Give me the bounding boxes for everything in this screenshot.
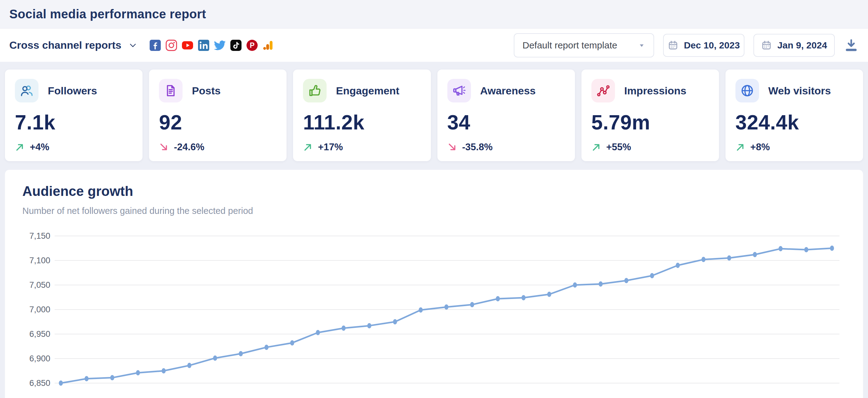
app-header: Social media performance report	[0, 0, 868, 29]
toolbar-right: Default report template Dec 10, 2023 Jan…	[514, 33, 859, 57]
impressions-icon	[591, 79, 615, 102]
data-point	[213, 356, 217, 361]
chart-title: Audience growth	[5, 170, 863, 199]
youtube-icon[interactable]	[182, 39, 193, 51]
metric-label: Followers	[48, 85, 97, 97]
channel-icons: P	[149, 39, 274, 51]
metric-cards: Followers 7.1k +4% Posts 92 -24.6% Engag…	[5, 69, 863, 161]
download-icon[interactable]	[844, 38, 859, 53]
metric-trend: +4%	[15, 142, 132, 153]
metric-card: Awareness 34 -35.8%	[437, 69, 575, 161]
data-point	[470, 302, 474, 307]
metric-value: 5.79m	[591, 111, 709, 134]
report-template-select[interactable]: Default report template	[514, 33, 654, 57]
data-point	[110, 375, 114, 380]
date-from-button[interactable]: Dec 10, 2023	[663, 34, 744, 57]
data-point	[316, 330, 320, 335]
metric-trend: +17%	[303, 142, 421, 153]
followers-icon	[15, 79, 38, 102]
metric-card: Posts 92 -24.6%	[149, 69, 286, 161]
data-point	[265, 345, 269, 350]
trend-up-icon	[591, 142, 601, 152]
y-axis-tick: 6,950	[29, 329, 50, 339]
metric-value: 34	[447, 111, 565, 134]
reports-menu[interactable]: Cross channel reports	[9, 39, 137, 51]
data-point	[367, 323, 371, 329]
trend-value: -35.8%	[462, 142, 493, 153]
posts-icon	[159, 79, 183, 102]
metric-card: Engagement 111.2k +17%	[293, 69, 431, 161]
y-axis-tick: 6,850	[29, 378, 50, 388]
metric-trend: +55%	[591, 142, 709, 153]
svg-text:P: P	[250, 41, 254, 49]
metric-value: 111.2k	[303, 111, 421, 134]
trend-down-icon	[447, 142, 457, 152]
data-point	[59, 380, 63, 386]
metric-value: 324.4k	[736, 111, 853, 134]
trend-value: +17%	[318, 142, 343, 153]
y-axis-tick: 7,050	[29, 280, 50, 289]
metric-trend: -24.6%	[159, 142, 277, 153]
toolbar: Cross channel reports P Default report t…	[0, 29, 868, 62]
pinterest-icon[interactable]: P	[246, 39, 258, 51]
data-point	[702, 257, 706, 262]
trend-up-icon	[15, 142, 25, 152]
linkedin-icon[interactable]	[198, 39, 210, 51]
data-point	[290, 340, 294, 345]
data-point	[779, 246, 783, 251]
trend-value: +55%	[606, 142, 631, 153]
metric-trend: +8%	[736, 142, 853, 153]
data-point	[162, 368, 166, 373]
metric-label: Posts	[192, 85, 221, 97]
data-point	[727, 255, 731, 261]
instagram-icon[interactable]	[165, 39, 177, 51]
calendar-icon	[668, 40, 678, 51]
page-title: Social media performance report	[9, 7, 206, 21]
data-point	[522, 295, 526, 301]
data-point	[393, 319, 397, 325]
data-point	[804, 247, 808, 252]
data-point	[650, 273, 654, 278]
data-point	[624, 278, 628, 283]
chevron-down-icon	[128, 41, 137, 50]
metric-value: 92	[159, 111, 277, 134]
data-point	[676, 263, 680, 268]
data-point	[573, 282, 577, 288]
google-analytics-icon[interactable]	[262, 39, 274, 51]
y-axis-tick: 7,100	[29, 256, 50, 265]
y-axis-tick: 7,000	[29, 305, 50, 314]
data-point	[496, 296, 500, 302]
calendar-icon	[761, 40, 772, 51]
metric-card: Followers 7.1k +4%	[5, 69, 143, 161]
y-axis-tick: 6,900	[29, 354, 50, 363]
data-point	[136, 370, 140, 375]
trend-value: -24.6%	[174, 142, 204, 153]
data-point	[598, 281, 602, 286]
tiktok-icon[interactable]	[230, 39, 242, 51]
data-point	[85, 376, 89, 381]
facebook-icon[interactable]	[149, 39, 161, 51]
trend-up-icon	[303, 142, 313, 152]
twitter-icon[interactable]	[214, 39, 226, 51]
trend-value: +4%	[30, 142, 49, 153]
trend-up-icon	[736, 142, 745, 152]
caret-down-icon	[638, 41, 645, 49]
date-from-value: Dec 10, 2023	[684, 40, 740, 51]
data-point	[187, 363, 191, 368]
metric-card: Impressions 5.79m +55%	[582, 69, 719, 161]
awareness-icon	[447, 79, 471, 102]
date-to-button[interactable]: Jan 9, 2024	[753, 34, 835, 57]
y-axis-tick: 7,150	[29, 231, 50, 241]
data-point	[444, 305, 448, 310]
reports-menu-label: Cross channel reports	[9, 39, 121, 51]
trend-down-icon	[159, 142, 169, 152]
date-to-value: Jan 9, 2024	[777, 40, 827, 51]
data-point	[419, 307, 423, 313]
audience-growth-chart: 7,1507,1007,0507,0006,9506,9006,850	[5, 226, 863, 393]
data-point	[547, 292, 551, 297]
audience-growth-card: Audience growth Number of net followers …	[5, 170, 863, 398]
metric-label: Awareness	[480, 85, 536, 97]
chart-subtitle: Number of net followers gained during th…	[5, 199, 863, 216]
metric-label: Impressions	[624, 85, 686, 97]
data-point	[753, 252, 757, 257]
